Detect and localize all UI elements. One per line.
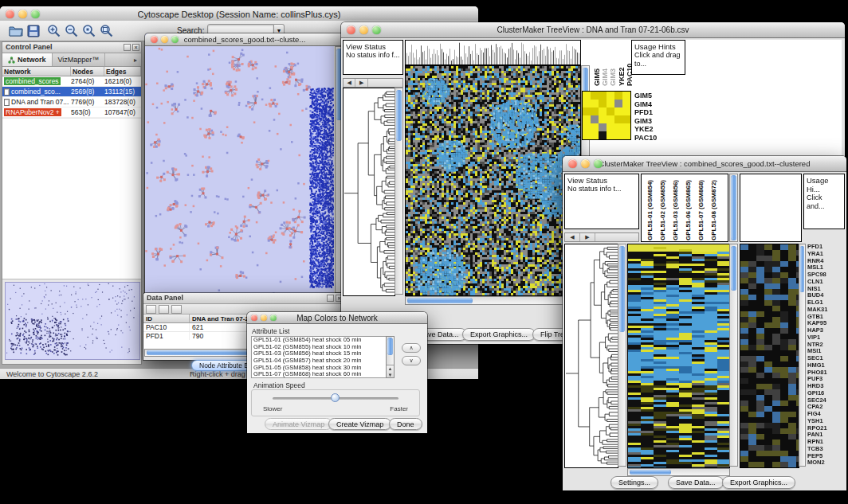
minimize-button[interactable]	[161, 36, 168, 43]
tab-overflow-arrow-icon[interactable]: ▸	[130, 53, 141, 66]
float-panel-icon[interactable]	[124, 44, 131, 51]
zoom-labels-area	[740, 174, 802, 242]
nodes-count: 2569(8)	[71, 88, 104, 96]
heatmap-canvas[interactable]	[405, 65, 581, 296]
zoom-button[interactable]	[171, 36, 179, 43]
network-list-row[interactable]: RNAPuberNov2 +563(0)107847(0)	[2, 107, 141, 118]
treeview-dna-button-export-graphics[interactable]: Export Graphics...	[462, 328, 536, 341]
treeview-button-row: Settings...Save Data...Export Graphics..…	[563, 476, 846, 490]
main-title-bar[interactable]: Cytoscape Desktop (Session Name: collins…	[0, 6, 478, 22]
column-gene-label: GIM3	[609, 40, 616, 86]
delete-attribute-icon[interactable]	[171, 305, 182, 314]
close-button[interactable]	[151, 36, 158, 43]
network-list-row[interactable]: combined_sco...2569(8)13112(15)	[2, 87, 141, 97]
scroll-right-icon[interactable]: ▶	[355, 79, 367, 87]
dialog-title: Map Colors to Network	[296, 314, 378, 322]
minimize-button[interactable]	[359, 25, 368, 34]
save-session-icon[interactable]	[26, 24, 41, 38]
zoom-button[interactable]	[31, 10, 40, 18]
row-dendrogram-canvas[interactable]	[564, 244, 618, 468]
network-overview-thumbnail[interactable]	[5, 282, 140, 360]
control-panel-header[interactable]: Control Panel ×	[2, 42, 141, 53]
treeview-window-combined[interactable]: ClusterMaker TreeView : combined_scores_…	[563, 156, 846, 490]
treeview-combined-button-export-graphics[interactable]: Export Graphics...	[722, 476, 795, 489]
network-view-title-bar[interactable]: combined_scores_good.txt--cluste...	[145, 33, 344, 46]
array-column-label: GPL51-08 (GSM872)	[710, 180, 717, 240]
minimize-button[interactable]	[581, 159, 590, 168]
row-dendrogram-canvas[interactable]	[343, 88, 395, 296]
gene-list-scrollbar[interactable]	[799, 244, 806, 467]
scrollbar-arrows[interactable]: ▲▼	[387, 365, 394, 377]
minimize-button[interactable]	[18, 10, 27, 18]
scroll-right-icon[interactable]: ▶	[580, 233, 595, 241]
float-panel-icon[interactable]	[327, 295, 334, 302]
treeview-combined-button-settings[interactable]: Settings...	[610, 476, 658, 489]
treeview-combined-button-save-data[interactable]: Save Data...	[668, 476, 724, 489]
mini-horizontal-scrollbar[interactable]: ◀ ▶	[564, 232, 639, 242]
attribute-list[interactable]: GPL51-01 (GSM854) heat shock 05 minGPL51…	[251, 336, 395, 378]
zoom-heatmap-canvas[interactable]	[740, 244, 799, 468]
close-button[interactable]	[251, 315, 257, 321]
zoom-button[interactable]	[594, 159, 603, 168]
network-graph-canvas[interactable]	[145, 46, 334, 293]
nodes-count: 7769(0)	[71, 98, 104, 106]
attribute-list-item[interactable]: GPL51-07 (GSM868) heat shock 60 min	[252, 371, 394, 378]
zoom-button[interactable]	[372, 25, 381, 34]
close-panel-icon[interactable]: ×	[132, 44, 139, 51]
treeview-dna-title-bar[interactable]: ClusterMaker TreeView : DNA and Tran 07-…	[341, 22, 845, 38]
zoom-out-icon[interactable]	[64, 24, 80, 38]
tab-network[interactable]: Network	[2, 53, 53, 66]
move-up-button[interactable]: ∧	[402, 343, 421, 353]
array-column-label: GPL51-07 (GSM868)	[697, 180, 705, 240]
network-list-row[interactable]: combined_scores2764(0)16218(0)	[2, 76, 141, 87]
zoom-actual-icon[interactable]	[81, 24, 97, 38]
heatmap-vertical-scrollbar[interactable]	[729, 244, 738, 467]
dialog-button-done[interactable]: Done	[389, 418, 422, 430]
map-colors-dialog[interactable]: Map Colors to Network Attribute List GPL…	[247, 312, 427, 433]
control-panel: Control Panel × Network VizMapper™ ▸	[2, 41, 142, 365]
attribute-list-scrollbar[interactable]: ▲▼	[386, 336, 395, 378]
move-down-button[interactable]: ∨	[402, 356, 421, 365]
zoom-in-icon[interactable]	[46, 24, 62, 38]
select-attributes-icon[interactable]	[146, 305, 156, 314]
scroll-left-icon[interactable]: ◀	[344, 79, 355, 87]
heatmap-horizontal-scrollbar[interactable]	[405, 296, 581, 305]
network-view-window[interactable]: combined_scores_good.txt--cluste...	[145, 33, 344, 293]
data-panel-header[interactable]: Data Panel ×	[143, 293, 344, 304]
dialog-button-create-vizmap[interactable]: Create Vizmap	[328, 418, 391, 430]
network-list-row[interactable]: DNA and Tran 07...7769(0)183728(0)	[2, 97, 141, 107]
close-button[interactable]	[347, 25, 355, 34]
open-session-icon[interactable]	[8, 24, 24, 38]
close-button[interactable]	[6, 10, 14, 18]
heatmap-canvas[interactable]	[627, 244, 730, 468]
tab-vizmapper[interactable]: VizMapper™	[53, 53, 106, 66]
close-button[interactable]	[568, 159, 577, 168]
column-labels-scrollbar[interactable]	[729, 174, 738, 242]
network-name-cell: combined_sco...	[2, 88, 71, 96]
usage-hints-panel: Usage Hi... Click and...	[803, 174, 845, 229]
correlation-matrix-canvas[interactable]	[582, 91, 631, 140]
zoom-button[interactable]	[270, 315, 277, 321]
main-window-title: Cytoscape Desktop (Session Name: collins…	[138, 10, 341, 19]
column-dendrogram-canvas[interactable]	[405, 40, 581, 65]
network-icon	[8, 57, 15, 64]
dendrogram-vertical-scrollbar[interactable]	[618, 244, 626, 467]
gene-id-cell: PAC10	[143, 323, 190, 331]
treeview-combined-title-bar[interactable]: ClusterMaker TreeView : combined_scores_…	[563, 156, 846, 172]
network-name-cell: combined_scores	[2, 77, 71, 85]
dialog-button-animate-vizmap: Animate Vizmap	[265, 418, 332, 430]
minimize-button[interactable]	[261, 315, 267, 321]
gene-label-list: PFD1YRA1RNR4MSL1SPC98CLN1NIS1BUD4ELG1MAK…	[807, 244, 845, 467]
heatmap-horizontal-scrollbar[interactable]	[627, 468, 730, 476]
create-attribute-icon[interactable]	[159, 305, 169, 314]
gene-label: MON2	[807, 459, 845, 467]
mini-horizontal-scrollbar[interactable]: ◀ ▶	[343, 78, 403, 88]
dendrogram-vertical-scrollbar[interactable]	[395, 88, 403, 295]
animation-speed-slider[interactable]	[331, 393, 340, 402]
scroll-left-icon[interactable]: ◀	[565, 233, 580, 241]
network-table-header: Network Nodes Edges	[2, 67, 141, 76]
view-status-panel: View Status No status info t...	[564, 174, 639, 229]
zoom-fit-icon[interactable]	[99, 24, 115, 38]
dialog-title-bar[interactable]: Map Colors to Network	[247, 312, 427, 324]
row-gene-labels: GIM5GIM4PFD1GIM3YKE2PAC10	[634, 92, 682, 142]
